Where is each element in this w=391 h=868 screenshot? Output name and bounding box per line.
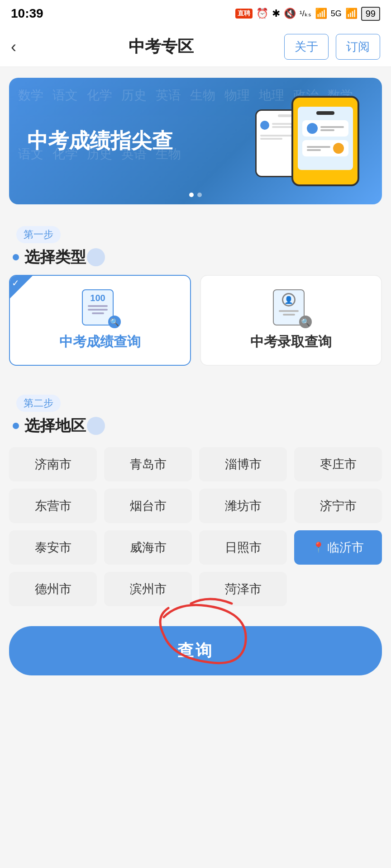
region-btn-weihai[interactable]: 威海市: [104, 530, 192, 565]
chat-line-2: [307, 146, 330, 148]
section-divider-1: [0, 377, 391, 384]
region-btn-taian[interactable]: 泰安市: [9, 530, 97, 565]
alarm-icon: ⏰: [256, 8, 268, 19]
type-card-score-label: 中考成绩查询: [59, 333, 141, 351]
boss-badge: 直聘: [235, 9, 253, 19]
adm-line-2: [283, 314, 295, 316]
signal-icon: 5G: [331, 9, 342, 19]
chat-line: [320, 126, 344, 128]
chat-bubble-2: [302, 140, 348, 156]
dot-2[interactable]: [197, 193, 202, 197]
banner-dots: [189, 193, 202, 197]
dot-1[interactable]: [189, 193, 194, 197]
chat-lines-1: [320, 126, 344, 131]
region-btn-qingdao[interactable]: 青岛市: [104, 447, 192, 481]
chat-bubble-1: [302, 120, 348, 137]
subscribe-button[interactable]: 订阅: [336, 34, 380, 60]
search-magnifier-2: 🔍: [299, 316, 312, 328]
region-grid: 济南市 青岛市 淄博市 枣庄市 东营市 烟台市 潍坊市 济宁市 泰安市 威海市 …: [0, 443, 391, 617]
chat-line-short: [320, 129, 334, 131]
signal-bars: 📶: [345, 8, 358, 19]
banner-title: 中考成绩指尖查: [27, 127, 173, 155]
admission-card-icon: 👤 🔍: [273, 289, 309, 326]
type-cards-container: ✓ 100 🔍 中考成绩查询 👤 🔍 中考录取查询: [0, 275, 391, 377]
about-button[interactable]: 关于: [284, 34, 329, 60]
status-bar: 10:39 直聘 ⏰ ✱ 🔇 ¹/ₖₛ 📶 5G 📶 99: [0, 0, 391, 27]
type-card-admission-label: 中考录取查询: [250, 333, 332, 351]
step1-title: 选择类型: [24, 247, 86, 268]
region-btn-weifang[interactable]: 潍坊市: [199, 489, 287, 523]
region-btn-linyi[interactable]: 📍 临沂市: [294, 530, 382, 565]
region-btn-yantai[interactable]: 烟台市: [104, 489, 192, 523]
step2-decoration: [87, 417, 105, 435]
region-btn-binzhou[interactable]: 滨州市: [104, 572, 192, 606]
avatar-1: [307, 123, 318, 134]
step1-decoration: [87, 248, 105, 266]
query-btn-container: 查询: [0, 617, 391, 693]
region-btn-dongying[interactable]: 东营市: [9, 489, 97, 523]
phone-notch: [316, 111, 334, 115]
chat-line-short-2: [307, 149, 321, 151]
query-button[interactable]: 查询: [9, 626, 382, 675]
banner: 数学语文化学历史 英语生物物理地理 政治数学语文化学 历史英语生物 中考成绩指尖…: [9, 78, 382, 204]
region-btn-zibo[interactable]: 淄博市: [199, 447, 287, 481]
chat-lines-2: [307, 146, 330, 151]
check-mark: ✓: [10, 276, 33, 298]
page-title: 中考专区: [38, 36, 284, 58]
nav-bar: ‹ 中考专区 关于 订阅: [0, 27, 391, 67]
icon-line-3: [92, 312, 104, 314]
main-phone: [291, 96, 359, 186]
region-btn-jining[interactable]: 济宁市: [294, 489, 382, 523]
icon-line-1: [88, 305, 107, 307]
icon-line-2: [88, 309, 107, 311]
step1-title-row: 选择类型: [13, 247, 105, 268]
back-button[interactable]: ‹: [11, 38, 38, 57]
region-btn-heze[interactable]: 菏泽市: [199, 572, 287, 606]
type-card-score[interactable]: ✓ 100 🔍 中考成绩查询: [9, 275, 191, 366]
adm-line-1: [279, 310, 298, 312]
step1-dot: [13, 254, 19, 260]
region-btn-rizhao[interactable]: 日照市: [199, 530, 287, 565]
bluetooth-icon: ✱: [272, 8, 280, 19]
step1-header: 第一步 选择类型: [0, 215, 391, 275]
banner-content: 中考成绩指尖查: [9, 78, 382, 204]
score-num: 100: [86, 293, 110, 303]
type-card-admission[interactable]: 👤 🔍 中考录取查询: [200, 275, 382, 366]
status-icons: 直聘 ⏰ ✱ 🔇 ¹/ₖₛ 📶 5G 📶 99: [235, 7, 380, 21]
avatar-2: [333, 143, 344, 154]
score-card-icon: 100 🔍: [82, 289, 118, 326]
search-magnifier-1: 🔍: [108, 316, 121, 328]
region-btn-jinan[interactable]: 济南市: [9, 447, 97, 481]
location-pin-icon: 📍: [312, 542, 324, 553]
phone-screen: [298, 107, 353, 170]
wifi-icon: 📶: [315, 8, 327, 19]
status-time: 10:39: [11, 6, 43, 21]
battery-icon: 99: [361, 7, 380, 21]
nav-actions: 关于 订阅: [284, 34, 380, 60]
checkmark-icon: ✓: [12, 278, 19, 288]
step2-dot: [13, 423, 19, 429]
step2-title: 选择地区: [24, 415, 86, 436]
silent-icon: 🔇: [284, 8, 296, 19]
step1-badge: 第一步: [16, 226, 61, 243]
banner-illustration: [255, 91, 364, 191]
region-btn-zaozhuang[interactable]: 枣庄市: [294, 447, 382, 481]
speed-indicator: ¹/ₖₛ: [300, 9, 311, 19]
step2-header: 第二步 选择地区: [0, 384, 391, 443]
step2-badge: 第二步: [16, 395, 61, 412]
region-linyi-label: 临沂市: [327, 539, 364, 556]
region-btn-dezhou[interactable]: 德州市: [9, 572, 97, 606]
step2-title-row: 选择地区: [13, 415, 105, 436]
